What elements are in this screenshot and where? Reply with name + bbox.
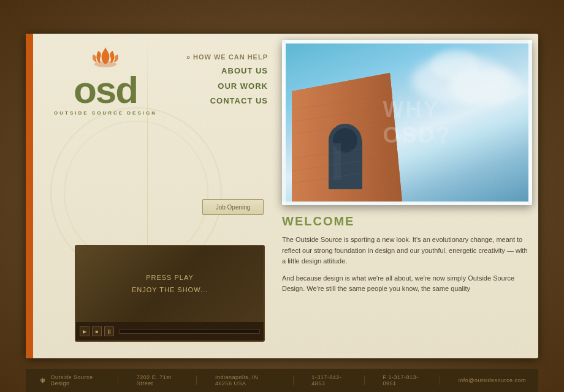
- video-player: PRESS PLAY ENJOY THE SHOW... ▶ ■ ⏸: [75, 245, 265, 342]
- logo-flame-icon: [50, 46, 161, 70]
- footer-address: 7202 E. 71st Street: [137, 374, 178, 386]
- footer-email: info@outsidesource.com: [459, 377, 526, 383]
- nav-about-us[interactable]: ABOUT US: [151, 64, 268, 79]
- footer-divider-3: [293, 375, 294, 385]
- welcome-paragraph-2: And because design is what we're all abo…: [282, 273, 532, 295]
- welcome-title: WELCOME: [282, 214, 532, 228]
- welcome-section: WELCOME The Outside Source is sporting a…: [282, 214, 532, 301]
- pause-button[interactable]: ⏸: [104, 326, 114, 336]
- main-container: osd OUTSIDE SOURCE DESIGN » HOW WE CAN H…: [26, 34, 538, 358]
- footer-fax: F 1-317-813-0951: [383, 374, 421, 386]
- footer-divider-5: [440, 375, 440, 385]
- logo-area: osd OUTSIDE SOURCE DESIGN: [50, 46, 161, 116]
- left-panel: osd OUTSIDE SOURCE DESIGN » HOW WE CAN H…: [26, 34, 276, 358]
- footer-city: Indianapolis, IN 46256 USA: [215, 374, 274, 386]
- logo-text: osd: [50, 71, 161, 109]
- right-panel: WHY OSD? WELCOME The Outside Source is s…: [276, 34, 538, 358]
- footer-phone: 1-317-842-4853: [311, 374, 345, 386]
- cloud-3: [430, 50, 479, 80]
- nav-our-work[interactable]: OUR WORK: [151, 79, 268, 94]
- footer-divider-2: [196, 375, 197, 385]
- footer-flame-icon: [38, 376, 47, 385]
- footer: Outside Source Design 7202 E. 71st Stree…: [26, 369, 538, 392]
- press-play-text: PRESS PLAY ENJOY THE SHOW...: [132, 272, 208, 296]
- job-opening-button[interactable]: Job Opening: [202, 199, 264, 215]
- video-screen: PRESS PLAY ENJOY THE SHOW...: [76, 246, 264, 322]
- svg-rect-7: [333, 143, 341, 180]
- nav-how-we-can-help[interactable]: » HOW WE CAN HELP: [151, 51, 268, 64]
- footer-divider-4: [364, 375, 365, 385]
- footer-logo: Outside Source Design: [38, 374, 99, 386]
- why-osd-overlay: WHY OSD?: [383, 97, 504, 148]
- play-button[interactable]: ▶: [80, 326, 90, 336]
- navigation: » HOW WE CAN HELP ABOUT US OUR WORK CONT…: [151, 51, 268, 109]
- footer-company: Outside Source Design: [50, 374, 99, 386]
- hero-image: WHY OSD?: [282, 40, 532, 205]
- logo-subtitle: OUTSIDE SOURCE DESIGN: [50, 110, 161, 116]
- footer-divider-1: [118, 375, 118, 385]
- welcome-paragraph-1: The Outside Source is sporting a new loo…: [282, 235, 532, 267]
- orange-accent-bar: [26, 34, 33, 358]
- progress-bar[interactable]: [119, 329, 260, 334]
- video-controls: ▶ ■ ⏸: [76, 322, 264, 341]
- stop-button[interactable]: ■: [92, 326, 102, 336]
- nav-contact-us[interactable]: CONTACT US: [151, 94, 268, 109]
